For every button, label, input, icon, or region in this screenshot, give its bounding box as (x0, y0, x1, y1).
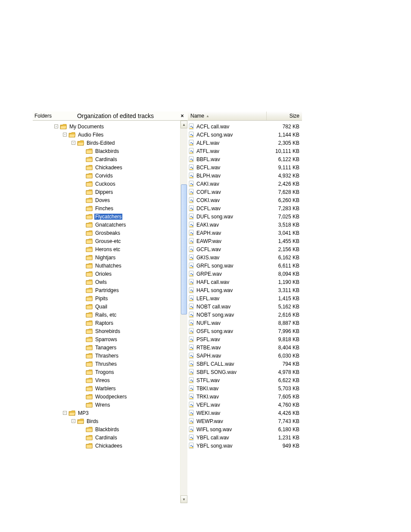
folder-label[interactable]: Chickadees (94, 165, 123, 171)
file-row[interactable]: BCFL.wav9,111 KB (187, 163, 302, 171)
file-row[interactable]: TRKI.wav7,605 KB (187, 392, 302, 401)
file-row[interactable]: ATFL.wav10,111 KB (187, 147, 302, 155)
folder-label[interactable]: Birds (86, 418, 99, 424)
tree-node[interactable]: Partridges (33, 286, 180, 294)
file-row[interactable]: EAKI.wav3,518 KB (187, 221, 302, 229)
tree-node[interactable]: Pipits (33, 294, 180, 302)
scroll-up-button[interactable]: ▲ (181, 121, 187, 128)
collapse-icon[interactable]: - (63, 133, 67, 137)
tree-node[interactable]: - Birds-Edited (33, 139, 180, 147)
tree-node[interactable]: Grosbeaks (33, 229, 180, 237)
folder-label[interactable]: Gnatcatchers (94, 222, 127, 228)
file-row[interactable]: SBFL SONG.wav4,978 KB (187, 368, 302, 376)
folder-label[interactable]: Pipits (94, 296, 109, 302)
folder-label[interactable]: Partridges (94, 287, 120, 293)
folder-label[interactable]: Wrens (94, 402, 111, 408)
tree-node[interactable]: Thrushes (33, 360, 180, 368)
file-row[interactable]: GCFL.wav2,156 KB (187, 245, 302, 253)
tree-node[interactable]: Nightjars (33, 253, 180, 261)
file-row[interactable]: EAWP.wav1,455 KB (187, 237, 302, 245)
folder-label[interactable]: Rails, etc (94, 312, 117, 318)
folder-label[interactable]: Finches (94, 205, 114, 212)
folder-label[interactable]: Nuthatches (94, 263, 122, 269)
tree-node[interactable]: Owls (33, 278, 180, 286)
tree-node[interactable]: Herons etc (33, 245, 180, 253)
tree-node[interactable]: Rails, etc (33, 311, 180, 319)
tree-node[interactable]: Woodpeckers (33, 392, 180, 401)
column-header-size[interactable]: Size (267, 112, 302, 120)
scroll-down-button[interactable]: ▼ (181, 495, 187, 503)
folder-label[interactable]: My Documents (68, 124, 105, 130)
file-list[interactable]: ACFL call.wav782 KB ACFL song.wav1,144 K… (187, 121, 302, 503)
file-row[interactable]: ALFL.wav2,305 KB (187, 139, 302, 147)
collapse-icon[interactable]: - (63, 411, 67, 415)
tree-node[interactable]: Chickadees (33, 163, 180, 171)
folder-label[interactable]: Blackbirds (94, 148, 120, 154)
tree-scrollbar[interactable]: ▲ ▼ (180, 121, 187, 503)
folder-label[interactable]: Dippers (94, 189, 114, 195)
file-row[interactable]: EAPH.wav3,041 KB (187, 229, 302, 237)
folder-label[interactable]: Thrushes (94, 361, 118, 367)
tree-node[interactable]: Warblers (33, 384, 180, 392)
tree-node[interactable]: Quail (33, 302, 180, 311)
folder-label[interactable]: Grouse-etc (94, 238, 121, 244)
folder-label[interactable]: Flycatchers (94, 214, 122, 220)
file-row[interactable]: YBFL call.wav1,231 KB (187, 433, 302, 442)
tree-node[interactable]: Cardinals (33, 155, 180, 163)
tree-node[interactable]: Corvids (33, 171, 180, 180)
folder-label[interactable]: Owls (94, 279, 108, 285)
file-row[interactable]: NUFL.wav8,887 KB (187, 319, 302, 327)
scroll-thumb[interactable] (181, 184, 187, 314)
file-row[interactable]: RTBE.wav8,404 KB (187, 343, 302, 352)
file-row[interactable]: SBFL CALL.wav794 KB (187, 360, 302, 368)
file-row[interactable]: OSFL song.wav7,996 KB (187, 327, 302, 335)
close-folders-button[interactable]: × (179, 113, 188, 119)
tree-node[interactable]: Grouse-etc (33, 237, 180, 245)
folder-label[interactable]: Audio Files (77, 132, 104, 138)
collapse-icon[interactable]: - (72, 141, 75, 145)
file-row[interactable]: STFL.wav6,622 KB (187, 376, 302, 384)
folder-label[interactable]: Vireos (94, 377, 111, 383)
tree-node[interactable]: Flycatchers (33, 212, 180, 221)
tree-node[interactable]: Raptors (33, 319, 180, 327)
folder-label[interactable]: Cardinals (94, 156, 118, 162)
file-row[interactable]: COFL.wav7,628 KB (187, 188, 302, 196)
file-row[interactable]: NOBT call.wav5,162 KB (187, 302, 302, 311)
file-row[interactable]: TBKI.wav5,703 KB (187, 384, 302, 392)
file-row[interactable]: ACFL song.wav1,144 KB (187, 131, 302, 139)
column-header-name[interactable]: Name ▲ (188, 112, 267, 120)
tree-node[interactable]: Blackbirds (33, 147, 180, 155)
tree-node[interactable]: - My Documents (33, 122, 180, 131)
file-row[interactable]: BLPH.wav4,932 KB (187, 171, 302, 180)
folder-label[interactable]: Sparrows (94, 336, 118, 342)
folder-label[interactable]: Trogons (94, 369, 115, 375)
file-row[interactable]: BBFL.wav6,122 KB (187, 155, 302, 163)
tree-node[interactable]: Doves (33, 196, 180, 204)
tree-node[interactable]: - MP3 (33, 409, 180, 417)
tree-node[interactable]: Cardinals (33, 433, 180, 442)
file-row[interactable]: HAFL song.wav3,311 KB (187, 286, 302, 294)
tree-node[interactable]: Gnatcatchers (33, 221, 180, 229)
tree-node[interactable]: Cuckoos (33, 180, 180, 188)
tree-node[interactable]: Chickadees (33, 442, 180, 450)
folder-label[interactable]: Woodpeckers (94, 394, 128, 400)
tree-node[interactable]: Tanagers (33, 343, 180, 352)
tree-node[interactable]: Finches (33, 204, 180, 212)
tree-node[interactable]: Thrashers (33, 352, 180, 360)
file-row[interactable]: GRFL song.wav6,611 KB (187, 261, 302, 270)
folder-label[interactable]: Cuckoos (94, 181, 116, 187)
folder-label[interactable]: Tanagers (94, 345, 117, 351)
folder-label[interactable]: Herons etc (94, 246, 121, 252)
tree-node[interactable]: Wrens (33, 401, 180, 409)
folder-label[interactable]: Cardinals (94, 435, 118, 441)
scroll-track[interactable] (181, 128, 187, 495)
file-row[interactable]: LEFL.wav1,415 KB (187, 294, 302, 302)
file-row[interactable]: DUFL song.wav7,025 KB (187, 212, 302, 221)
folder-tree[interactable]: - My Documents- Audio Files- Birds-Edite… (33, 121, 180, 503)
folder-label[interactable]: MP3 (77, 410, 90, 416)
file-row[interactable]: ACFL call.wav782 KB (187, 122, 302, 131)
file-row[interactable]: GKIS.wav6,162 KB (187, 253, 302, 261)
tree-node[interactable]: Dippers (33, 188, 180, 196)
file-row[interactable]: YBFL song.wav949 KB (187, 442, 302, 450)
folder-label[interactable]: Warblers (94, 386, 117, 392)
